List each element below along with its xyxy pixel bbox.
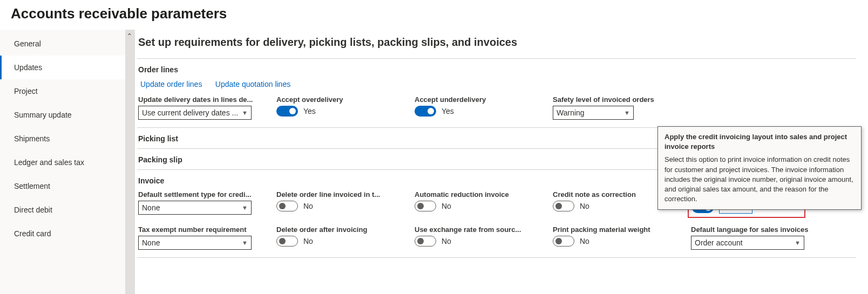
section-title: Set up requirements for delivery, pickin… bbox=[138, 36, 856, 49]
label-delete-order-after-invoicing: Delete order after invoicing bbox=[276, 225, 404, 234]
sidebar-item-project[interactable]: Project bbox=[0, 79, 125, 103]
toggle-accept-overdelivery[interactable] bbox=[276, 106, 298, 117]
toggle-print-packing-material-weight[interactable] bbox=[553, 236, 574, 247]
select-value: Use current delivery dates ... bbox=[142, 108, 238, 117]
sidebar-item-updates[interactable]: Updates bbox=[0, 56, 125, 79]
toggle-delete-order-line-invoiced[interactable] bbox=[276, 201, 298, 211]
select-default-settlement-type[interactable]: None ▼ bbox=[138, 201, 252, 215]
toggle-value: No bbox=[580, 202, 589, 210]
label-automatic-reduction-invoice: Automatic reduction invoice bbox=[415, 190, 542, 199]
label-accept-underdelivery: Accept underdelivery bbox=[415, 95, 542, 104]
label-delete-order-line-invoiced: Delete order line invoiced in t... bbox=[276, 190, 404, 199]
select-safety-level[interactable]: Warning ▼ bbox=[553, 106, 634, 120]
toggle-value: No bbox=[442, 237, 451, 245]
toggle-value: No bbox=[303, 237, 313, 245]
label-use-exchange-rate-from-source: Use exchange rate from sourc... bbox=[415, 225, 542, 234]
label-print-packing-material-weight: Print packing material weight bbox=[553, 225, 680, 234]
link-update-order-lines[interactable]: Update order lines bbox=[140, 80, 202, 88]
chevron-down-icon: ▼ bbox=[242, 204, 248, 211]
toggle-value: No bbox=[303, 202, 313, 210]
tooltip-body: Select this option to print invoice info… bbox=[664, 155, 855, 204]
toggle-accept-underdelivery[interactable] bbox=[415, 106, 436, 117]
toggle-value: No bbox=[442, 202, 451, 210]
label-tax-exempt-number-requirement: Tax exempt number requirement bbox=[138, 225, 266, 234]
sidebar-item-shipments[interactable]: Shipments bbox=[0, 127, 125, 151]
link-update-quotation-lines[interactable]: Update quotation lines bbox=[215, 80, 290, 88]
toggle-automatic-reduction-invoice[interactable] bbox=[415, 201, 436, 211]
chevron-down-icon: ▼ bbox=[242, 240, 248, 246]
toggle-value: Yes bbox=[442, 107, 454, 115]
group-order-lines-heading: Order lines bbox=[137, 59, 856, 79]
toggle-delete-order-after-invoicing[interactable] bbox=[276, 236, 298, 247]
page-title: Accounts receivable parameters bbox=[0, 0, 868, 30]
select-value: None bbox=[142, 238, 160, 247]
label-default-language-sales-invoices: Default language for sales invoices bbox=[691, 225, 818, 234]
chevron-down-icon: ▼ bbox=[624, 110, 630, 116]
sidebar-item-ledger-sales-tax[interactable]: Ledger and sales tax bbox=[0, 151, 125, 174]
sidebar-item-general[interactable]: General bbox=[0, 32, 125, 56]
sidebar-item-settlement[interactable]: Settlement bbox=[0, 174, 125, 198]
select-value: Order account bbox=[695, 238, 743, 247]
toggle-value: Yes bbox=[303, 107, 316, 115]
sidebar-item-credit-card[interactable]: Credit card bbox=[0, 222, 125, 245]
label-safety-level: Safety level of invoiced orders bbox=[553, 95, 680, 104]
select-default-language-sales-invoices[interactable]: Order account ▼ bbox=[691, 236, 804, 250]
select-tax-exempt-number-requirement[interactable]: None ▼ bbox=[138, 236, 252, 250]
sidebar: General Updates Project Summary update S… bbox=[0, 30, 125, 294]
select-value: None bbox=[142, 203, 160, 212]
splitter[interactable]: ⌃ bbox=[125, 30, 135, 294]
tooltip-title: Apply the credit invoicing layout into s… bbox=[664, 132, 855, 152]
label-accept-overdelivery: Accept overdelivery bbox=[276, 95, 404, 104]
tooltip-apply-credit-invoicing-layout: Apply the credit invoicing layout into s… bbox=[657, 126, 862, 210]
toggle-use-exchange-rate-from-source[interactable] bbox=[415, 236, 436, 247]
label-update-delivery-dates: Update delivery dates in lines de... bbox=[138, 95, 266, 104]
toggle-value: No bbox=[580, 237, 589, 245]
chevron-down-icon: ▼ bbox=[242, 110, 248, 116]
chevron-down-icon: ▼ bbox=[795, 240, 801, 246]
toggle-credit-note-as-correction[interactable] bbox=[553, 201, 574, 211]
collapse-caret-icon[interactable]: ⌃ bbox=[126, 32, 133, 40]
select-value: Warning bbox=[557, 108, 585, 117]
sidebar-item-summary-update[interactable]: Summary update bbox=[0, 103, 125, 127]
sidebar-item-direct-debit[interactable]: Direct debit bbox=[0, 198, 125, 222]
select-update-delivery-dates[interactable]: Use current delivery dates ... ▼ bbox=[138, 106, 252, 120]
label-default-settlement-type: Default settlement type for credi... bbox=[138, 190, 266, 199]
